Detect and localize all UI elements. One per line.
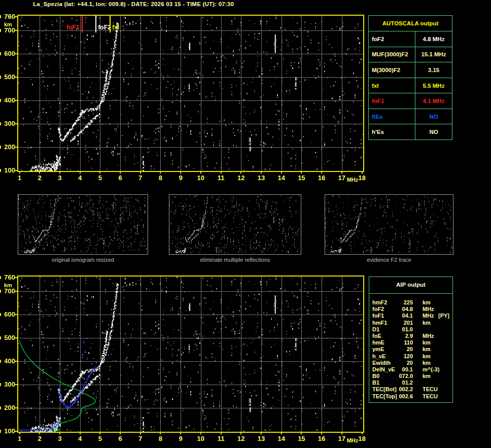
parameter-name: D1 bbox=[372, 326, 379, 332]
y-edge-tick bbox=[0, 29, 1, 32]
marker-line-fxi bbox=[110, 16, 111, 32]
x-axis-tick bbox=[19, 172, 20, 174]
x-tick-label: 10 bbox=[195, 174, 206, 182]
parameter-value: 5.5 MHz bbox=[415, 78, 452, 93]
x-axis-tick bbox=[341, 172, 342, 174]
parameter-value: 002.2 bbox=[389, 386, 413, 392]
parameter-name: hmF2 bbox=[372, 299, 387, 305]
y-tick-label: 760 bbox=[0, 274, 15, 281]
aip-row-ewidth: Ewidth20km bbox=[369, 360, 452, 366]
x-axis-tick bbox=[301, 172, 302, 174]
y-edge-tick bbox=[0, 336, 1, 339]
x-axis-tick bbox=[180, 172, 181, 174]
parameter-value: 20 bbox=[389, 346, 413, 352]
x-tick-label: 11 bbox=[216, 435, 227, 442]
x-axis-tick bbox=[180, 433, 181, 434]
x-axis-tick bbox=[39, 172, 40, 174]
parameter-value: 3.15 bbox=[415, 62, 452, 78]
x-axis-tick bbox=[261, 172, 262, 174]
parameter-name: foF2 bbox=[369, 31, 415, 47]
parameter-name: ftEs bbox=[369, 109, 415, 124]
marker-line-fof1 bbox=[82, 16, 83, 32]
autoscala-row-ftes: ftEsNO bbox=[369, 109, 452, 125]
parameter-value: 201 bbox=[389, 320, 413, 326]
x-axis-tick bbox=[80, 172, 81, 174]
x-axis-tick bbox=[221, 433, 222, 434]
aip-row-fof1: foF104.1MHz[PY] bbox=[369, 313, 452, 319]
x-tick-label: 10 bbox=[195, 435, 206, 442]
parameter-name: foE bbox=[372, 333, 381, 339]
autoscala-row-muf-3000-f2: MUF(3000)F215.1 MHz bbox=[369, 47, 452, 63]
parameter-value: 110 bbox=[389, 339, 413, 346]
aip-row-tec-bot-: TEC[Bot]002.2TECU bbox=[369, 386, 452, 393]
y-edge-tick bbox=[0, 52, 1, 55]
y-axis-tick bbox=[15, 53, 17, 54]
y-axis-tick bbox=[15, 170, 17, 171]
y-axis-tick bbox=[15, 407, 17, 408]
parameter-name: fxI bbox=[369, 78, 415, 93]
parameter-unit: MHz bbox=[423, 306, 434, 312]
parameter-name: Ewidth bbox=[372, 360, 391, 366]
parameter-value: 120 bbox=[389, 353, 413, 359]
autoscala-row-h-es: h'EsNO bbox=[369, 124, 452, 140]
marker-label-fof1: foF1 bbox=[65, 24, 80, 31]
y-edge-tick bbox=[0, 15, 1, 18]
thumbnail-canvas-original bbox=[18, 195, 147, 253]
y-tick-label: 100 bbox=[0, 167, 15, 174]
y-tick-label: 300 bbox=[0, 120, 15, 127]
parameter-value: 00.1 bbox=[389, 366, 413, 372]
y-edge-tick bbox=[0, 313, 1, 316]
x-axis-tick bbox=[140, 172, 141, 174]
y-axis-tick bbox=[15, 431, 17, 432]
parameter-name: foF1 bbox=[369, 93, 415, 109]
x-tick-label: 16 bbox=[316, 174, 327, 182]
parameter-value: 002.6 bbox=[389, 393, 413, 399]
aip-row-hme: hmE110km bbox=[369, 339, 452, 346]
x-tick-label: 17 bbox=[336, 435, 347, 442]
x-tick-label: 6 bbox=[115, 435, 126, 442]
parameter-unit: km bbox=[423, 299, 431, 305]
x-axis-tick bbox=[321, 172, 322, 174]
x-tick-label: 2 bbox=[34, 174, 45, 182]
aip-row-yme: ymE20km bbox=[369, 346, 452, 353]
x-tick-label: 5 bbox=[94, 174, 106, 182]
y-tick-label: 400 bbox=[0, 97, 15, 104]
x-axis-tick bbox=[281, 172, 282, 174]
y-axis-tick bbox=[15, 123, 17, 124]
x-tick-label: 8 bbox=[155, 174, 166, 182]
y-edge-tick bbox=[0, 430, 1, 433]
parameter-unit: km bbox=[423, 360, 431, 366]
parameter-value: 01.0 bbox=[389, 326, 413, 332]
x-axis-tick bbox=[221, 172, 222, 174]
aip-row-foe: foE2.9MHz bbox=[369, 333, 452, 339]
parameter-name: hmF1 bbox=[372, 320, 387, 326]
x-axis-tick bbox=[200, 433, 201, 434]
aip-row-h-ve: h_vE120km bbox=[369, 353, 452, 360]
parameter-unit: km bbox=[423, 373, 431, 379]
parameter-value: 04.1 bbox=[389, 313, 413, 319]
x-axis-tick bbox=[362, 172, 363, 174]
aip-row-b0: B0072.0km bbox=[369, 373, 452, 380]
y-axis-tick bbox=[15, 16, 17, 17]
x-tick-label: 17 bbox=[336, 174, 347, 182]
y-edge-tick bbox=[0, 276, 1, 279]
aip-table-title: AIP output bbox=[369, 277, 452, 294]
y-tick-label: 200 bbox=[0, 404, 15, 411]
x-axis-tick bbox=[99, 433, 100, 434]
x-axis-tick bbox=[59, 172, 60, 174]
y-axis-tick bbox=[15, 147, 17, 148]
x-tick-label: 14 bbox=[276, 174, 287, 182]
x-axis-tick bbox=[240, 172, 241, 174]
x-tick-label: 9 bbox=[175, 174, 186, 182]
parameter-value: 072.0 bbox=[389, 373, 413, 379]
marker-line-fof2 bbox=[95, 16, 96, 32]
marker-label-fof2: foF2 bbox=[98, 24, 111, 31]
x-axis-tick bbox=[321, 433, 322, 434]
parameter-name: ymE bbox=[372, 346, 384, 352]
x-tick-label: 6 bbox=[115, 174, 126, 182]
y-axis-tick bbox=[15, 337, 17, 338]
parameter-value: 15.1 MHz bbox=[415, 47, 452, 62]
autoscala-row-fof1: foF14.1 MHz bbox=[369, 93, 452, 109]
y-tick-label: 200 bbox=[0, 144, 15, 151]
y-axis-unit-km: km bbox=[4, 21, 12, 27]
